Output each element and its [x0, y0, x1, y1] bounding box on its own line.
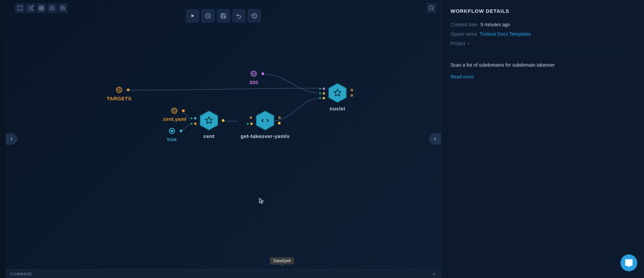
svg-rect-0 [39, 6, 41, 8]
read-more-link[interactable]: Read more [451, 74, 635, 79]
sidebar-title: WORKFLOW DETAILS [451, 8, 635, 14]
output-port[interactable] [127, 89, 130, 91]
output-port-1[interactable] [278, 116, 281, 119]
tool-icon [205, 116, 213, 125]
node-label: true [167, 137, 177, 142]
cursor-icon [259, 198, 264, 205]
zoom-out-button[interactable] [47, 3, 57, 13]
project-value: - [468, 41, 470, 46]
command-label: COMMAND [10, 272, 32, 276]
workflow-canvas[interactable]: TARGETS 300 .cent.yaml true [6, 0, 441, 278]
tooltip: DataSpell [270, 257, 294, 265]
node-label: cent [204, 133, 215, 139]
shuffle-button[interactable] [26, 3, 35, 13]
node-label: .cent.yaml [162, 116, 186, 122]
node-cent-yaml[interactable]: .cent.yaml [162, 108, 186, 122]
settings-icon [116, 87, 122, 93]
svg-point-7 [429, 6, 433, 10]
output-port-2[interactable] [278, 122, 281, 125]
node-label: get-takeover-yamls [241, 133, 290, 139]
node-cent[interactable]: ▶ ▶ cent [200, 110, 218, 139]
node-label: 300 [249, 79, 258, 85]
created-date-value: 5 minutes ago [480, 22, 510, 27]
code-icon [251, 71, 257, 77]
output-port[interactable] [180, 130, 182, 132]
node-targets[interactable]: TARGETS [107, 87, 132, 101]
input-port-1[interactable]: ▶ [191, 116, 196, 120]
created-date-label: Created date [451, 22, 478, 27]
node-label: TARGETS [107, 96, 132, 101]
svg-rect-1 [42, 6, 43, 8]
input-port-3[interactable]: ▶ [319, 96, 325, 100]
node-nuclei[interactable]: ▶ ▶ ▶ nuclei [328, 83, 347, 111]
output-port-2[interactable] [351, 94, 353, 97]
chevron-up-icon[interactable] [432, 272, 436, 276]
save-button[interactable] [217, 9, 230, 23]
search-button[interactable] [427, 3, 436, 13]
script-icon [261, 116, 270, 125]
panel-expand-left[interactable] [6, 133, 17, 145]
space-name-link[interactable]: Trickest Docs Templates [480, 31, 531, 37]
svg-rect-3 [42, 8, 43, 10]
settings-icon [171, 108, 177, 114]
panel-expand-right[interactable] [429, 133, 441, 145]
run-button[interactable] [186, 9, 199, 23]
svg-point-8 [119, 90, 120, 91]
connections-layer [6, 0, 441, 278]
input-port-2[interactable]: ▶ [191, 122, 196, 125]
sidebar-workflow-details: WORKFLOW DETAILS Created date 5 minutes … [441, 0, 644, 278]
output-port[interactable] [261, 72, 264, 75]
input-port-1[interactable] [250, 116, 252, 119]
node-true[interactable]: true [167, 128, 177, 142]
undo-button[interactable] [232, 9, 246, 23]
grid-button[interactable] [37, 3, 46, 13]
output-port[interactable] [182, 109, 185, 112]
space-name-label: Space name [451, 31, 477, 37]
fullscreen-button[interactable] [15, 3, 25, 13]
node-300[interactable]: 300 [249, 71, 258, 85]
svg-point-9 [174, 110, 175, 111]
schedule-button[interactable] [201, 9, 215, 23]
help-chat-button[interactable] [620, 254, 637, 271]
left-strip [0, 0, 6, 278]
bool-icon [169, 128, 175, 134]
input-port-2[interactable]: ▶ [319, 92, 325, 95]
input-port-1[interactable]: ▶ [319, 87, 325, 90]
svg-rect-2 [39, 8, 41, 10]
workflow-description: Scan a list of subdomains for subdomain … [451, 54, 635, 69]
input-port-2[interactable]: ▶ [247, 122, 253, 125]
tool-icon [333, 89, 342, 97]
node-get-takeover-yamls[interactable]: ▶ get-takeover-yamls [241, 110, 290, 139]
node-label: nuclei [330, 106, 345, 111]
command-bar[interactable]: COMMAND [6, 269, 441, 278]
zoom-in-button[interactable] [58, 3, 68, 13]
toolbar-center [186, 9, 261, 23]
output-port-1[interactable] [351, 89, 353, 91]
history-button[interactable] [248, 9, 261, 23]
output-port[interactable] [222, 119, 224, 122]
project-label: Project [451, 41, 465, 46]
toolbar-left [15, 3, 68, 13]
